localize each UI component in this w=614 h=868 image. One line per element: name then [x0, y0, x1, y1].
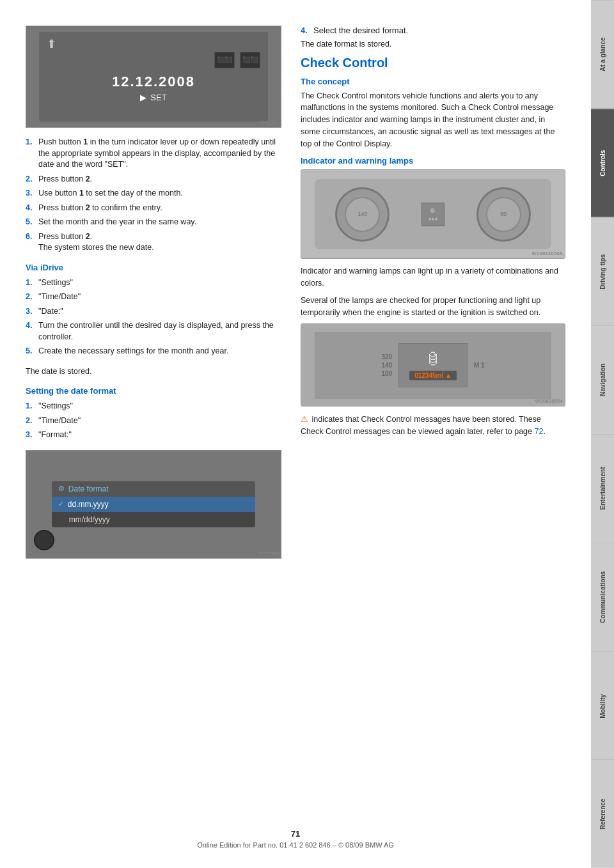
warning-lamp-image: 320 140 100 🛢 012345ml ▲ M 1 W29 — [301, 323, 565, 407]
screen-date-value: 12.12.2008 — [112, 74, 195, 90]
tab-at-a-glance[interactable]: At a glance — [591, 0, 614, 109]
step4-item: 4. Select the desired format. — [301, 26, 565, 35]
footer-text: Online Edition for Part no. 01 41 2 602 … — [0, 841, 591, 849]
indicator-body1: Indicator and warning lamps can light up… — [301, 265, 565, 290]
format-panel: ⚙ Date format ✓ dd.mm.yyyy mm/dd/yyyy — [52, 481, 255, 527]
format-panel-title: ⚙ Date format — [52, 481, 255, 497]
indicator-warning-subheading: Indicator and warning lamps — [301, 156, 565, 166]
main-instructions-list: 1. Push button 1 in the turn indicator l… — [26, 137, 281, 254]
via-idrive-heading: Via iDrive — [26, 263, 281, 272]
tab-reference[interactable]: Reference — [591, 759, 614, 868]
list-item: 5. Set the month and the year in the sam… — [26, 217, 281, 228]
concept-subheading: The concept — [301, 77, 565, 86]
format-screen-image: ⚙ Date format ✓ dd.mm.yyyy mm/dd/yyyy TY… — [26, 450, 281, 559]
list-item: 2. "Time/Date" — [26, 291, 281, 303]
list-item: 4. Press button 2 to confirm the entry. — [26, 203, 281, 214]
page-number: 71 — [0, 829, 591, 839]
list-item: 5. Create the necessary settings for the… — [26, 346, 281, 357]
list-item: 3. Use button 1 to set the day of the mo… — [26, 188, 281, 199]
warning-stored-note: ⚠ indicates that Check Control messages … — [301, 413, 565, 438]
warning-triangle-icon: ⚠ — [301, 413, 310, 422]
list-item: 1. Push button 1 in the turn indicator l… — [26, 137, 281, 171]
image-tag: TY12411 — [259, 120, 279, 126]
tab-navigation[interactable]: Navigation — [591, 325, 614, 434]
image-tag2: TY23456 — [259, 551, 279, 557]
screen-set-label: SET — [150, 93, 166, 102]
right-column: 4. Select the desired format. The date f… — [301, 26, 565, 842]
check-control-heading: Check Control — [301, 56, 565, 70]
dashboard-image: 140 ⚙ ●●● 60 W29814656A — [301, 169, 565, 259]
page-footer: 71 Online Edition for Part no. 01 41 2 6… — [0, 829, 591, 849]
list-item: 3. "Date:" — [26, 306, 281, 318]
tab-controls[interactable]: Controls — [591, 109, 614, 217]
format-option-mdy: mm/dd/yyyy — [52, 512, 255, 527]
list-item: 1. "Settings" — [26, 401, 281, 412]
list-item: 2. "Time/Date" — [26, 415, 281, 427]
side-navigation: At a glance Controls Driving tips Naviga… — [591, 0, 614, 868]
list-item: 3. "Format:" — [26, 430, 281, 441]
tab-mobility[interactable]: Mobility — [591, 651, 614, 760]
page-link-72[interactable]: 72 — [535, 427, 544, 436]
list-item: 2. Press button 2. — [26, 174, 281, 185]
dash-image-tag: W29814656A — [532, 251, 563, 256]
concept-body: The Check Control monitors vehicle funct… — [301, 90, 565, 150]
date-stored-note: The date is stored. — [26, 366, 281, 378]
via-idrive-list: 1. "Settings" 2. "Time/Date" 3. "Date:" … — [26, 277, 281, 357]
left-column: ⬛⬛ ⬛⬛ ⬆ 12.12.2008 ▶ SET TY12411 1. — [26, 26, 281, 842]
list-item: 1. "Settings" — [26, 277, 281, 289]
date-screen-image: ⬛⬛ ⬛⬛ ⬆ 12.12.2008 ▶ SET TY12411 — [26, 26, 281, 128]
format-stored-note: The date format is stored. — [301, 39, 565, 50]
list-item: 4. Turn the controller until the desired… — [26, 320, 281, 343]
tab-entertainment[interactable]: Entertainment — [591, 434, 614, 543]
tab-driving-tips[interactable]: Driving tips — [591, 217, 614, 326]
setting-date-format-heading: Setting the date format — [26, 386, 281, 396]
tab-communications[interactable]: Communications — [591, 543, 614, 651]
format-option-dmy: ✓ dd.mm.yyyy — [52, 497, 255, 512]
indicator-body2: Several of the lamps are checked for pro… — [301, 295, 565, 319]
warning-image-tag: W29815694 — [535, 398, 563, 404]
format-list: 1. "Settings" 2. "Time/Date" 3. "Format:… — [26, 401, 281, 441]
list-item: 6. Press button 2.The system stores the … — [26, 231, 281, 254]
